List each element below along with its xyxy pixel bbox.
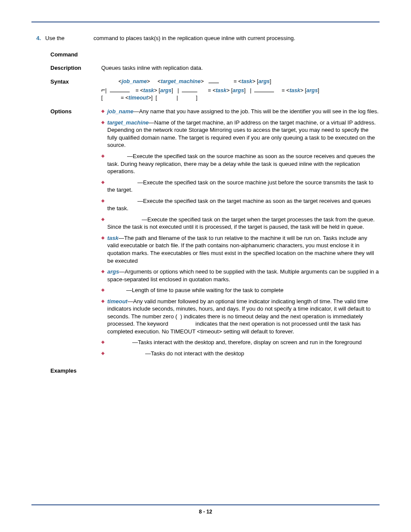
syntax-args-3: args [233, 87, 244, 93]
syntax-args-4: args [306, 87, 318, 93]
page-number: 8 - 12 [31, 509, 380, 515]
option-text-onexecute: —Execute the specified task on the targe… [107, 216, 375, 230]
option-text-pause: —Length of time to pause while waiting f… [126, 287, 283, 293]
option-task: task—The path and filename of the task t… [101, 234, 380, 264]
value-command [101, 51, 380, 59]
option-text-task: —The path and filename of the task to ru… [107, 235, 374, 264]
option-text-onqueue: —Execute the specified task on the sourc… [107, 153, 375, 174]
label-options: Options [50, 108, 101, 361]
step-text: Use the command to places task(s) in the… [45, 34, 380, 42]
syntax-task-3: task [216, 87, 227, 93]
value-description: Queues tasks inline with replication dat… [101, 64, 380, 72]
page-footer: 8 - 12 [31, 502, 380, 515]
row-syntax: Syntax <job_name> <target_machine> = <ta… [50, 78, 380, 102]
value-syntax: <job_name> <target_machine> = <task> [ar… [101, 78, 380, 102]
option-args: args—Arguments or options which need to … [101, 268, 380, 283]
option-text-args: —Arguments or options which need to be s… [107, 268, 379, 283]
page-content: 4. Use the command to places task(s) in … [31, 34, 380, 374]
bottom-rule [31, 504, 380, 505]
option-key-task: task [107, 235, 118, 241]
value-examples [101, 367, 380, 375]
option-key-timeout: timeout [107, 298, 128, 305]
label-description: Description [50, 64, 101, 72]
option-text-interact-bg: —Tasks do not interact with the desktop [145, 350, 244, 357]
label-command: Command [50, 51, 101, 59]
row-options: Options job_name—Any name that you have … [50, 108, 380, 361]
step-text-b: command to places task(s) in the replica… [92, 35, 295, 41]
step-row: 4. Use the command to places task(s) in … [31, 34, 380, 42]
syntax-task-1: task [241, 78, 252, 84]
syntax-args-2: args [160, 87, 171, 93]
option-interact-bg: —Tasks do not interact with the desktop [101, 350, 380, 358]
option-text-interact-fg: —Tasks interact with the desktop and, th… [132, 339, 362, 345]
label-examples: Examples [50, 367, 101, 375]
value-options: job_name—Any name that you have assigned… [101, 108, 380, 361]
syntax-timeout: timeout [128, 95, 148, 101]
option-pause: —Length of time to pause while waiting f… [101, 286, 380, 294]
syntax-args-1: args [258, 78, 270, 84]
option-target-machine: target_machine—Name of the target machin… [101, 119, 380, 149]
option-key-job-name: job_name [107, 108, 134, 115]
option-onqueue: —Execute the specified task on the sourc… [101, 152, 380, 175]
option-pretransmit: —Execute the specified task on the sourc… [101, 179, 380, 194]
option-job-name: job_name—Any name that you have assigned… [101, 108, 380, 115]
row-command: Command [50, 51, 380, 59]
row-description: Description Queues tasks inline with rep… [50, 64, 380, 72]
option-onreceipt: —Execute the specified task on the targe… [101, 197, 380, 212]
option-text-job-name: —Any name that you have assigned to the … [134, 108, 379, 115]
step-text-a: Use the [45, 35, 66, 41]
syntax-task-2: task [143, 87, 154, 93]
label-syntax: Syntax [50, 78, 101, 102]
option-interact-fg: —Tasks interact with the desktop and, th… [101, 339, 380, 346]
syntax-task-4: task [290, 87, 300, 93]
option-onexecute: —Execute the specified task on the targe… [101, 216, 380, 231]
option-timeout: timeout—Any valid number followed by an … [101, 298, 380, 336]
option-text-onreceipt: —Execute the specified task on the targe… [107, 198, 371, 212]
step-number: 4. [31, 34, 41, 42]
syntax-target-machine: target_machine [161, 78, 200, 84]
top-rule [31, 22, 380, 22]
option-key-target-machine: target_machine [107, 119, 149, 126]
option-key-args: args [107, 268, 119, 275]
syntax-job-name: job_name [122, 78, 147, 84]
row-examples: Examples [50, 367, 380, 375]
option-text-pretransmit: —Execute the specified task on the sourc… [107, 179, 374, 193]
